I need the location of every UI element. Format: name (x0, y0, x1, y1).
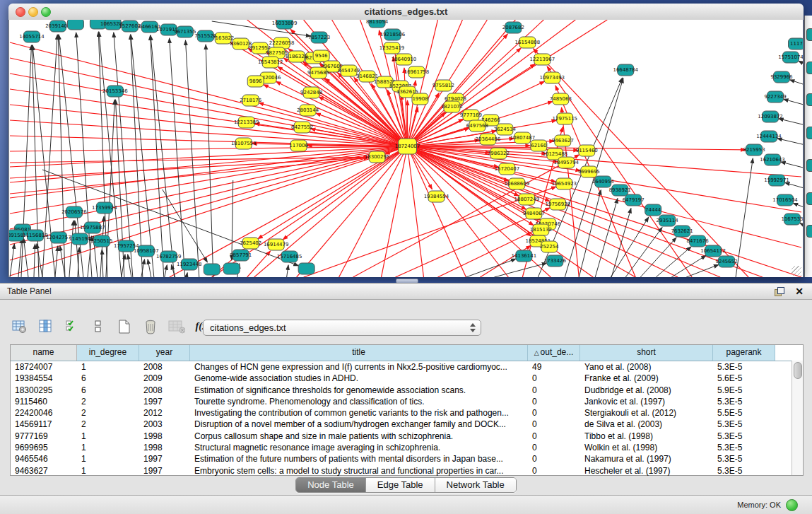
table-row[interactable]: 911546021997Tourette syndrome. Phenomeno… (11, 396, 803, 407)
column-header-name[interactable]: name (11, 345, 77, 361)
table-cell[interactable]: 0 (528, 407, 580, 419)
table-row[interactable]: 946362711997Embryonic stem cells: a mode… (11, 465, 803, 477)
table-cell[interactable]: 0 (528, 396, 580, 407)
table-cell[interactable]: Franke et al. (2009) (580, 373, 713, 384)
table-cell[interactable]: 0 (528, 373, 580, 384)
table-cell[interactable]: 5.9E-5 (713, 385, 775, 396)
table-cell[interactable]: 2 (77, 396, 139, 407)
column-header-in_degree[interactable]: in_degree (77, 345, 139, 361)
table-cell[interactable]: 0 (528, 431, 580, 442)
table-cell[interactable]: 1997 (139, 396, 190, 407)
table-cell[interactable]: 9465546 (11, 453, 77, 465)
table-cell[interactable]: 49 (528, 361, 580, 373)
column-header-title[interactable]: title (190, 345, 528, 361)
table-cell[interactable]: 0 (528, 385, 580, 396)
table-cell[interactable]: 1998 (139, 442, 190, 453)
float-panel-icon[interactable] (775, 287, 784, 296)
table-panel-header[interactable]: Table Panel ✕ (0, 284, 812, 300)
table-cell[interactable]: 2 (77, 419, 139, 430)
table-cell[interactable]: Investigating the contribution of common… (190, 407, 528, 419)
table-cell[interactable]: Changes of HCN gene expression and I(f) … (190, 361, 528, 373)
table-cell[interactable]: 18300295 (11, 385, 77, 396)
table-cell[interactable]: 18724007 (11, 361, 77, 373)
table-row[interactable]: 2242004622012Investigating the contribut… (11, 407, 803, 419)
table-cell[interactable]: 1 (77, 465, 139, 477)
table-cell[interactable]: 14569117 (11, 419, 77, 430)
table-cell[interactable]: 2012 (139, 407, 190, 419)
table-cell[interactable]: Wolkin et al. (1998) (580, 442, 713, 453)
table-row[interactable]: 969969511998Structural magnetic resonanc… (11, 442, 803, 453)
table-cell[interactable]: Jankovic et al. (1997) (580, 396, 713, 407)
window-titlebar[interactable]: citations_edges.txt (8, 4, 804, 21)
table-cell[interactable]: 1 (77, 361, 139, 373)
table-cell[interactable]: 1 (77, 453, 139, 465)
row-selection-icon[interactable] (64, 318, 81, 335)
column-header-out_de[interactable]: △out_de... (528, 345, 580, 361)
table-cell[interactable]: Structural magnetic resonance image aver… (190, 442, 528, 453)
table-cell[interactable]: Embryonic stem cells: a model to study s… (190, 465, 528, 477)
tab-edge-table[interactable]: Edge Table (366, 478, 435, 492)
table-cell[interactable]: 6 (77, 373, 139, 384)
window-resize-grip[interactable] (792, 266, 801, 276)
table-cell[interactable]: 5.3E-5 (713, 396, 775, 407)
table-cell[interactable]: 22420046 (11, 407, 77, 419)
scrollbar-thumb[interactable] (794, 362, 802, 379)
network-canvas[interactable]: 1872400718300295716382283601288912954222… (8, 20, 804, 277)
citation-network-graph[interactable]: 1872400718300295716382283601288912954222… (9, 20, 803, 277)
table-cell[interactable]: 5.3E-5 (713, 453, 775, 465)
table-cell[interactable]: 1998 (139, 431, 190, 442)
table-row[interactable]: 1938455462009Genome-wide association stu… (11, 373, 803, 384)
table-cell[interactable]: 1 (77, 431, 139, 442)
table-cell[interactable]: 9463627 (11, 465, 77, 477)
table-row[interactable]: 1872400712008Changes of HCN gene express… (11, 361, 803, 373)
column-header-year[interactable]: year (139, 345, 190, 361)
table-cell[interactable]: 0 (528, 465, 580, 477)
table-row[interactable]: 1456911722003Disruption of a novel membe… (11, 419, 803, 430)
column-header-pagerank[interactable]: pagerank (713, 345, 775, 361)
tab-network-table[interactable]: Network Table (435, 478, 516, 492)
table-cell[interactable]: Estimation of significance thresholds fo… (190, 385, 528, 396)
table-row[interactable]: 977716911998Corpus callosum shape and si… (11, 431, 803, 442)
table-cell[interactable]: 9777169 (11, 431, 77, 442)
import-table-disabled-icon[interactable] (168, 318, 185, 335)
table-cell[interactable]: Hescheler et al. (1997) (580, 465, 713, 477)
table-cell[interactable]: 5.6E-5 (713, 373, 775, 384)
table-cell[interactable]: Corpus callosum shape and size in male p… (190, 431, 528, 442)
table-cell[interactable]: Disruption of a novel member of a sodium… (190, 419, 528, 430)
table-cell[interactable]: 1997 (139, 453, 190, 465)
column-visibility-icon[interactable] (37, 318, 54, 335)
close-panel-icon[interactable]: ✕ (795, 286, 804, 297)
table-settings-icon[interactable] (11, 318, 28, 335)
table-cell[interactable]: 19384554 (11, 373, 77, 384)
table-cell[interactable]: 5.3E-5 (713, 442, 775, 453)
table-cell[interactable]: 2003 (139, 419, 190, 430)
delete-table-icon[interactable] (142, 318, 159, 335)
table-cell[interactable]: 1997 (139, 465, 190, 477)
graph-node[interactable] (67, 20, 83, 30)
table-cell[interactable]: Dudbridge et al. (2008) (580, 385, 713, 396)
table-cell[interactable]: 0 (528, 453, 580, 465)
table-cell[interactable]: 5.3E-5 (713, 431, 775, 442)
table-cell[interactable]: Tibbo et al. (1998) (580, 431, 713, 442)
table-cell[interactable]: Estimation of the future numbers of pati… (190, 453, 528, 465)
memory-status-indicator[interactable] (786, 499, 798, 511)
table-cell[interactable]: Tourette syndrome. Phenomenology and cla… (190, 396, 528, 407)
table-cell[interactable]: 5.3E-5 (713, 465, 775, 477)
table-row[interactable]: 946554611997Estimation of the future num… (11, 453, 803, 465)
table-cell[interactable]: 5.3E-5 (713, 361, 775, 373)
table-row[interactable]: 1830029562008Estimation of significance … (11, 385, 803, 396)
table-cell[interactable]: Yano et al. (2008) (580, 361, 713, 373)
table-cell[interactable]: 9115460 (11, 396, 77, 407)
graph-node[interactable] (204, 264, 220, 275)
table-cell[interactable]: 2008 (139, 361, 190, 373)
table-cell[interactable]: 5.3E-5 (713, 419, 775, 430)
vertical-scrollbar[interactable] (792, 361, 803, 475)
graph-node[interactable] (223, 263, 240, 274)
table-cell[interactable]: 0 (528, 442, 580, 453)
table-cell[interactable]: Nakamura et al. (1997) (580, 453, 713, 465)
graph-node[interactable] (298, 263, 314, 274)
new-table-icon[interactable] (116, 318, 133, 335)
table-cell[interactable]: de Silva et al. (2003) (580, 419, 713, 430)
table-cell[interactable]: 0 (528, 419, 580, 430)
table-cell[interactable]: 5.5E-5 (713, 407, 775, 419)
